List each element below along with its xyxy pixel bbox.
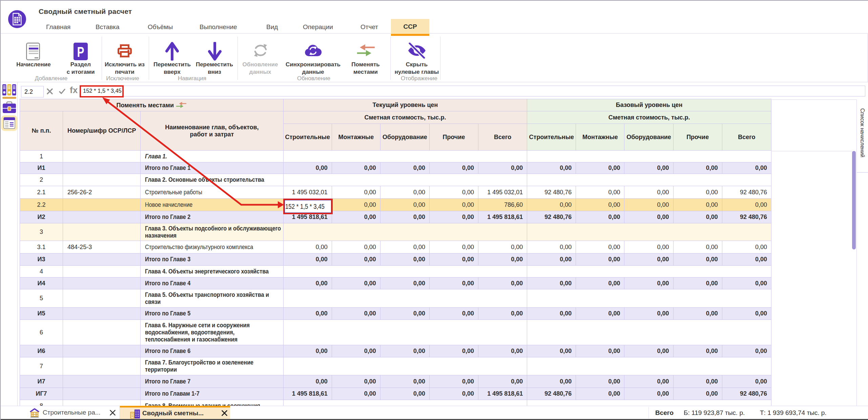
svg-text:P: P xyxy=(77,44,84,60)
